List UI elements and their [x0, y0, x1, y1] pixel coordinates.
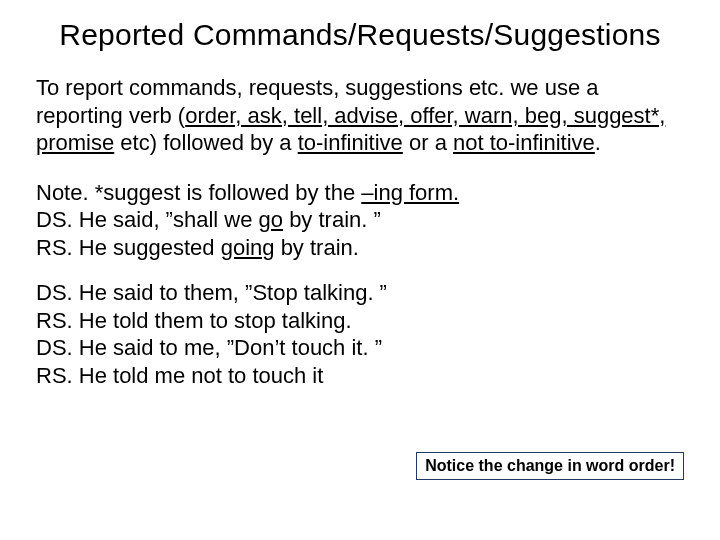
- ex2-ds1: DS. He said to them, ”Stop talking. ”: [36, 280, 387, 305]
- example2-paragraph: DS. He said to them, ”Stop talking. ” RS…: [36, 279, 684, 389]
- note-line1a: Note. *suggest is followed by the: [36, 180, 361, 205]
- slide-title: Reported Commands/Requests/Suggestions: [36, 18, 684, 52]
- note-ds1b: by train. ”: [283, 207, 381, 232]
- intro-nottoinf: not to-infinitive: [453, 130, 595, 155]
- intro-paragraph: To report commands, requests, suggestion…: [36, 74, 684, 157]
- ex2-rs1: RS. He told them to stop talking.: [36, 308, 352, 333]
- note-rs1a: RS. He suggested: [36, 235, 221, 260]
- callout-box: Notice the change in word order!: [416, 452, 684, 480]
- note-go: go: [259, 207, 283, 232]
- slide-body: To report commands, requests, suggestion…: [36, 74, 684, 389]
- intro-toinf: to-infinitive: [298, 130, 403, 155]
- intro-mid1: etc) followed by a: [114, 130, 297, 155]
- intro-end: .: [595, 130, 601, 155]
- slide: Reported Commands/Requests/Suggestions T…: [0, 0, 720, 540]
- note-going: going: [221, 235, 275, 260]
- note-ingform: –ing form.: [361, 180, 459, 205]
- ex2-rs2: RS. He told me not to touch it: [36, 363, 323, 388]
- intro-mid2: or a: [403, 130, 453, 155]
- note-rs1b: by train.: [275, 235, 359, 260]
- note-paragraph: Note. *suggest is followed by the –ing f…: [36, 179, 684, 262]
- ex2-ds2: DS. He said to me, ”Don’t touch it. ”: [36, 335, 382, 360]
- note-ds1a: DS. He said, ”shall we: [36, 207, 259, 232]
